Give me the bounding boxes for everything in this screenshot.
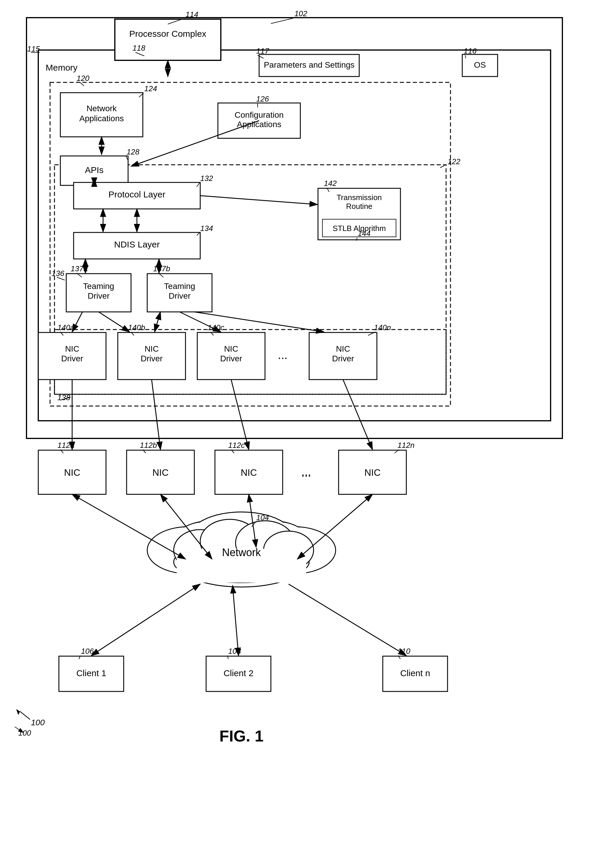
diagram: ... ... <box>0 0 593 868</box>
svg-text:NIC: NIC <box>364 467 380 478</box>
svg-point-43 <box>174 530 227 571</box>
svg-text:137b: 137b <box>153 264 170 273</box>
svg-text:Applications: Applications <box>80 114 124 123</box>
svg-point-39 <box>174 521 250 561</box>
svg-text:102: 102 <box>294 9 308 18</box>
svg-text:Transmission: Transmission <box>337 193 382 202</box>
svg-line-121 <box>210 332 213 335</box>
svg-line-89 <box>465 55 466 58</box>
svg-point-37 <box>148 527 229 573</box>
svg-line-85 <box>135 52 144 56</box>
svg-point-33 <box>174 521 250 562</box>
svg-text:138: 138 <box>58 393 70 402</box>
svg-text:NIC: NIC <box>241 467 257 478</box>
svg-point-41 <box>189 512 294 564</box>
svg-line-103 <box>197 233 200 235</box>
svg-text:142: 142 <box>324 179 337 188</box>
svg-rect-21 <box>118 332 185 379</box>
svg-rect-49 <box>59 656 124 691</box>
svg-text:Protocol Layer: Protocol Layer <box>108 189 165 199</box>
svg-line-75 <box>233 586 238 655</box>
svg-text:126: 126 <box>256 94 269 103</box>
svg-line-67 <box>152 379 160 450</box>
svg-rect-12 <box>218 103 300 138</box>
svg-rect-11 <box>61 93 143 137</box>
svg-rect-14 <box>74 182 200 209</box>
svg-text:...: ... <box>301 466 311 479</box>
svg-rect-24 <box>309 332 377 379</box>
svg-line-64 <box>194 312 324 332</box>
svg-rect-10 <box>462 55 498 77</box>
svg-point-34 <box>233 521 309 562</box>
svg-line-63 <box>180 312 221 332</box>
svg-point-42 <box>174 542 309 583</box>
svg-text:118: 118 <box>133 44 145 52</box>
svg-text:...: ... <box>278 348 287 361</box>
svg-text:100: 100 <box>31 718 45 727</box>
svg-rect-47 <box>177 549 306 583</box>
svg-line-97 <box>126 156 128 160</box>
diagram-svg: ... ... <box>0 0 593 868</box>
svg-text:APIs: APIs <box>85 165 104 175</box>
svg-text:Driver: Driver <box>220 354 243 363</box>
svg-text:104: 104 <box>256 513 269 522</box>
svg-line-76 <box>288 584 406 655</box>
svg-line-91 <box>80 83 84 86</box>
svg-line-125 <box>61 450 63 453</box>
svg-rect-20 <box>38 332 106 379</box>
svg-line-73 <box>297 494 373 559</box>
svg-line-135 <box>79 655 80 659</box>
svg-text:NIC: NIC <box>64 467 80 478</box>
svg-text:Driver: Driver <box>169 291 191 300</box>
svg-rect-13 <box>61 156 128 185</box>
svg-text:Network: Network <box>87 104 117 113</box>
svg-text:Parameters and Settings: Parameters and Settings <box>264 60 355 69</box>
svg-text:Driver: Driver <box>61 354 83 363</box>
svg-text:Teaming: Teaming <box>164 282 195 291</box>
svg-text:140n: 140n <box>374 323 391 332</box>
svg-line-69 <box>343 379 373 450</box>
svg-line-60 <box>72 312 83 332</box>
svg-point-38 <box>254 527 335 573</box>
svg-text:144: 144 <box>358 229 370 238</box>
svg-line-74 <box>91 584 200 655</box>
svg-text:106: 106 <box>81 647 94 655</box>
svg-text:124: 124 <box>144 84 157 93</box>
svg-text:Driver: Driver <box>332 354 354 363</box>
svg-text:Memory: Memory <box>46 63 77 72</box>
svg-rect-7 <box>55 329 446 394</box>
svg-line-87 <box>257 55 263 58</box>
svg-line-68 <box>231 379 249 450</box>
svg-point-46 <box>263 531 314 569</box>
svg-rect-4 <box>38 50 551 421</box>
svg-text:114: 114 <box>185 10 198 19</box>
svg-text:FIG. 1: FIG. 1 <box>219 727 263 745</box>
svg-line-117 <box>61 332 63 335</box>
svg-text:100: 100 <box>18 729 31 737</box>
svg-rect-51 <box>383 656 448 691</box>
svg-text:Client 1: Client 1 <box>76 668 106 678</box>
svg-text:110: 110 <box>398 647 410 655</box>
svg-line-72 <box>249 494 256 547</box>
svg-line-65 <box>200 196 317 205</box>
svg-line-80 <box>271 18 293 24</box>
svg-text:OS: OS <box>474 60 486 69</box>
svg-line-127 <box>143 450 146 453</box>
svg-text:137a: 137a <box>71 264 88 273</box>
svg-line-137 <box>228 655 228 659</box>
svg-text:NIC: NIC <box>224 344 238 353</box>
svg-point-44 <box>200 519 259 564</box>
svg-text:Teaming: Teaming <box>83 282 114 291</box>
svg-text:140a: 140a <box>58 323 74 332</box>
svg-text:Network: Network <box>222 546 261 558</box>
svg-line-99 <box>440 165 445 168</box>
svg-line-119 <box>131 332 134 335</box>
svg-line-61 <box>99 312 130 332</box>
svg-text:Processor Complex: Processor Complex <box>129 29 206 38</box>
svg-line-113 <box>356 238 357 241</box>
svg-rect-27 <box>215 450 282 494</box>
svg-text:108: 108 <box>228 647 241 655</box>
svg-text:Driver: Driver <box>141 354 163 363</box>
svg-rect-18 <box>318 188 401 240</box>
svg-rect-6 <box>55 165 446 394</box>
